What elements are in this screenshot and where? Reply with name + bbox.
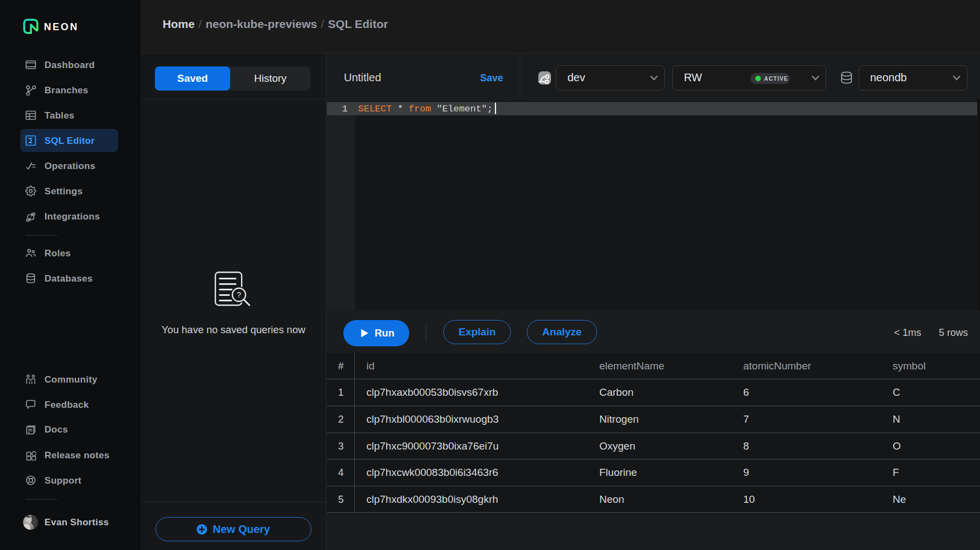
svg-text:?: ? (237, 290, 241, 299)
